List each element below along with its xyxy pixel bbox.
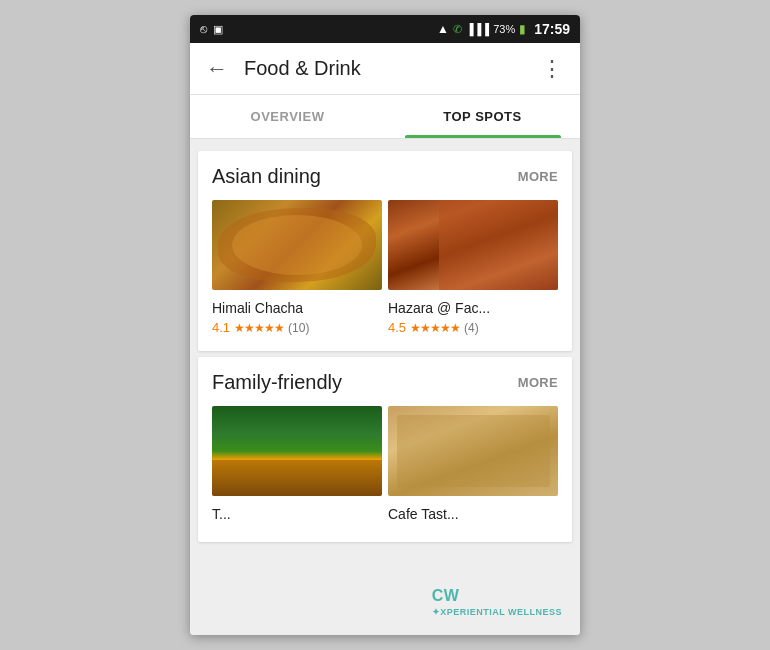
review-count: (10) [288, 321, 309, 335]
phone-icon: ✆ [453, 23, 462, 36]
place-name: T... [212, 506, 382, 522]
family-friendly-card: Family-friendly MORE T... Cafe Tast... [198, 357, 572, 542]
tabs-bar: OVERVIEW TOP SPOTS [190, 95, 580, 139]
asian-dining-card: Asian dining MORE Himali Chacha 4.1 ★★★★… [198, 151, 572, 351]
card-header: Family-friendly MORE [212, 371, 558, 394]
rating-row: 4.5 ★★★★★ (4) [388, 320, 558, 335]
more-button[interactable]: MORE [518, 169, 558, 184]
status-bar: ⎋ ▣ ▲ ✆ ▐▐▐ 73% ▮ 17:59 [190, 15, 580, 43]
rating-number: 4.5 [388, 320, 406, 335]
watermark: CW ✦XPERIENTIAL WELLNESS [432, 587, 562, 617]
hazara-image[interactable] [388, 200, 558, 290]
status-icons-right: ▲ ✆ ▐▐▐ 73% ▮ 17:59 [437, 21, 570, 37]
places-row: T... Cafe Tast... [212, 506, 558, 526]
card-title: Family-friendly [212, 371, 342, 394]
top-bar: ← Food & Drink ⋮ [190, 43, 580, 95]
images-row [212, 406, 558, 496]
page-title: Food & Drink [244, 57, 541, 80]
place-info-3[interactable]: T... [212, 506, 382, 526]
place-name: Himali Chacha [212, 300, 382, 316]
card-header: Asian dining MORE [212, 165, 558, 188]
cafe-taste-image[interactable] [388, 406, 558, 496]
signal-icon: ▐▐▐ [466, 23, 489, 35]
content-area: Asian dining MORE Himali Chacha 4.1 ★★★★… [190, 139, 580, 635]
more-button[interactable]: MORE [518, 375, 558, 390]
place-info-hazara[interactable]: Hazara @ Fac... 4.5 ★★★★★ (4) [388, 300, 558, 335]
stars-icon: ★★★★★ [234, 321, 284, 335]
review-count: (4) [464, 321, 479, 335]
tab-top-spots[interactable]: TOP SPOTS [385, 95, 580, 138]
status-time: 17:59 [534, 21, 570, 37]
place-info-himali[interactable]: Himali Chacha 4.1 ★★★★★ (10) [212, 300, 382, 335]
place3-image[interactable] [212, 406, 382, 496]
status-icons-left: ⎋ ▣ [200, 22, 223, 36]
image-icon: ▣ [213, 23, 223, 36]
place-info-cafe[interactable]: Cafe Tast... [388, 506, 558, 526]
tab-overview[interactable]: OVERVIEW [190, 95, 385, 138]
battery-icon: ▮ [519, 22, 526, 36]
wifi-icon: ▲ [437, 22, 449, 36]
images-row [212, 200, 558, 290]
usb-icon: ⎋ [200, 22, 207, 36]
watermark-symbol: CW [432, 587, 460, 604]
back-button[interactable]: ← [206, 56, 228, 82]
card-title: Asian dining [212, 165, 321, 188]
place-name: Hazara @ Fac... [388, 300, 558, 316]
place-name: Cafe Tast... [388, 506, 558, 522]
places-row: Himali Chacha 4.1 ★★★★★ (10) Hazara @ Fa… [212, 300, 558, 335]
watermark-text: ✦XPERIENTIAL WELLNESS [432, 607, 562, 617]
stars-icon: ★★★★★ [410, 321, 460, 335]
overflow-menu-button[interactable]: ⋮ [541, 56, 564, 82]
rating-row: 4.1 ★★★★★ (10) [212, 320, 382, 335]
battery-percent: 73% [493, 23, 515, 35]
rating-number: 4.1 [212, 320, 230, 335]
himali-chacha-image[interactable] [212, 200, 382, 290]
